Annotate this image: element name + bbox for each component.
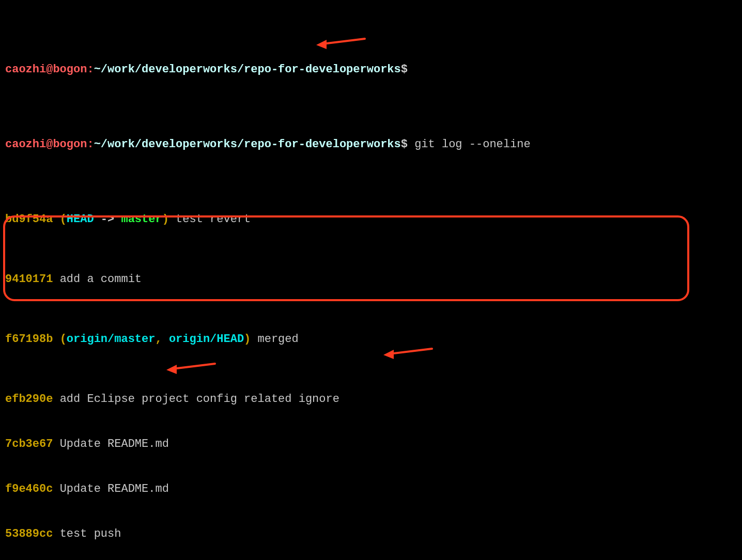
ref-head: HEAD — [67, 213, 94, 226]
ref-origin-master: origin/master — [67, 333, 156, 346]
commit-message: test revert — [176, 213, 251, 226]
svg-marker-5 — [166, 365, 177, 374]
log-line: f67198b (origin/master, origin/HEAD) mer… — [5, 332, 737, 347]
prompt-path: ~/work/developerworks/repo-for-developer… — [94, 63, 401, 76]
log-line: 9410171 add a commit — [5, 272, 737, 287]
command-line: caozhi@bogon:~/work/developerworks/repo-… — [5, 137, 737, 152]
svg-marker-1 — [316, 40, 327, 49]
ref-master: master — [121, 213, 162, 226]
annotation-arrow-icon — [315, 34, 367, 50]
log-line: bd9f54a (HEAD -> master) test revert — [5, 212, 737, 227]
log-line: f9e460c Update README.md — [5, 481, 737, 496]
annotation-arrow-icon — [165, 359, 217, 375]
svg-line-4 — [173, 364, 215, 369]
annotation-box — [3, 215, 689, 301]
log-line: 53889cc test push — [5, 526, 737, 541]
prompt-user: caozhi@bogon — [5, 63, 87, 76]
svg-marker-3 — [383, 350, 394, 359]
log-line: efb290e add Eclipse project config relat… — [5, 392, 737, 407]
prompt-line: caozhi@bogon:~/work/developerworks/repo-… — [5, 62, 737, 77]
ref-origin-head: origin/HEAD — [169, 333, 244, 346]
log-line: 7cb3e67 Update README.md — [5, 437, 737, 452]
svg-line-0 — [322, 39, 365, 44]
svg-line-2 — [390, 349, 432, 354]
commit-hash: bd9f54a — [5, 213, 53, 226]
terminal[interactable]: caozhi@bogon:~/work/developerworks/repo-… — [0, 0, 742, 560]
prompt-dollar: $ — [401, 63, 408, 76]
command-text — [408, 138, 414, 151]
